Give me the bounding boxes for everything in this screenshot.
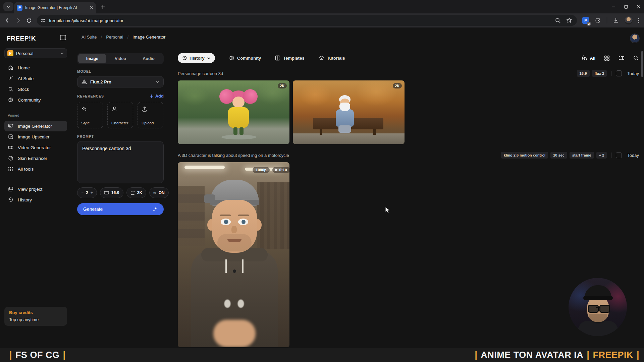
loop-toggle[interactable]: ∞ ON [149,187,169,198]
add-reference-button[interactable]: Add [150,94,164,99]
all-label: All [590,56,595,61]
skin-enhancer-icon [8,156,13,161]
generated-image-old-man[interactable]: 2K [293,80,405,144]
zoom-icon[interactable] [555,18,561,23]
aspect-value: 16:9 [111,190,119,195]
mouse-cursor [385,206,392,214]
sidebar-item-ai-suite[interactable]: AI Suite [4,73,67,84]
tab-audio[interactable]: Audio [135,54,163,63]
globe-icon [229,55,234,61]
scrollbar-thumb[interactable] [641,51,643,77]
sidebar-item-community[interactable]: Community [4,95,67,105]
chevron-down-icon [207,56,211,60]
aspect-ratio-icon [104,191,109,194]
count-stepper[interactable]: − 2 + [77,187,97,198]
templates-label: Templates [283,56,304,61]
quality-button[interactable]: 2K [126,187,146,198]
tab-close-icon[interactable] [90,6,93,9]
thumb-art [293,80,405,144]
filter-all-button[interactable]: All [582,55,595,61]
site-info-icon[interactable] [40,18,46,23]
bookmark-star-icon[interactable] [566,17,572,23]
sidebar-pinned: Image Generator Image Upscaler Video Gen… [4,121,67,174]
reference-style-card[interactable]: Style [77,102,103,128]
banner-pipe: | [587,350,589,360]
buy-credits-card[interactable]: Buy credits Top up anytime [4,307,67,326]
omnibox[interactable]: freepik.com/pikaso/ai-image-generator [37,15,577,26]
generated-video-thumbnail[interactable]: 1080p 0:10 [178,162,289,347]
minimize-icon[interactable] [611,5,615,9]
history-filter-button[interactable]: History [178,53,215,63]
templates-tab[interactable]: Templates [275,55,304,61]
banner-pipe: | [9,350,12,360]
maximize-icon[interactable] [624,5,628,9]
reference-card-label: Upload [142,121,154,125]
window-controls [611,0,641,13]
history-row-2: A 3D character is talking about speed in… [178,152,639,347]
grid-view-icon[interactable] [604,55,610,61]
image-upscaler-icon [8,134,13,139]
browser-menu-icon[interactable] [638,18,639,23]
filters-sliders-icon[interactable] [619,55,625,61]
close-icon[interactable] [637,5,641,9]
tab-video[interactable]: Video [106,54,135,63]
new-tab-button[interactable] [101,5,105,9]
url-text[interactable]: freepik.com/pikaso/ai-image-generator [49,18,552,23]
forward-button[interactable] [13,15,23,26]
generate-button[interactable]: Generate [77,203,164,215]
user-avatar[interactable] [630,34,640,43]
reference-character-card[interactable]: Character [107,102,133,128]
reload-button[interactable] [23,15,34,26]
sidebar-item-home[interactable]: Home [4,62,67,73]
breadcrumb-separator: / [101,35,102,40]
extensions-puzzle-icon[interactable] [595,17,601,24]
history-label: History [190,56,205,61]
tab-search-button[interactable] [3,2,13,11]
sidebar: FREEP!K P Personal Home AI Suite Stock [0,27,72,362]
breadcrumb-ai-suite[interactable]: AI Suite [82,35,97,40]
sidebar-item-image-generator[interactable]: Image Generator [4,121,67,131]
history-row-title: A 3D character is talking about speed in… [178,153,501,158]
buy-credits-title[interactable]: Buy credits [9,310,62,315]
prompt-input[interactable]: Personnage cartoon 3d [77,141,164,183]
extension-p2-icon[interactable]: P2 [582,17,589,24]
sidebar-collapse-button[interactable] [60,35,66,40]
aspect-ratio-button[interactable]: 16:9 [100,187,123,198]
sidebar-item-history[interactable]: History [4,194,67,205]
back-button[interactable] [2,15,13,26]
row-select-checkbox[interactable] [616,152,622,158]
sidebar-item-label: Image Generator [18,124,52,129]
sidebar-item-all-tools[interactable]: All tools [4,164,67,174]
tutorials-label: Tutorials [327,56,345,61]
sidebar-item-view-project[interactable]: View project [4,184,67,194]
sidebar-item-skin-enhancer[interactable]: Skin Enhancer [4,153,67,164]
tab-image[interactable]: Image [78,54,106,63]
reference-upload-card[interactable]: Upload [138,102,163,128]
video-resolution-badge: 1080p [253,167,270,173]
community-tab[interactable]: Community [229,55,261,61]
downloads-icon[interactable] [613,17,619,23]
sidebar-item-label: History [18,197,32,202]
banner-pipe: | [637,350,639,360]
sidebar-divider [4,180,67,180]
sidebar-item-image-upscaler[interactable]: Image Upscaler [4,131,67,142]
sidebar-item-video-generator[interactable]: Video Generator [4,142,67,153]
breadcrumb-image-generator[interactable]: Image Generator [132,35,165,40]
search-icon [8,86,13,92]
generation-settings: − 2 + 16:9 2K ∞ ON [77,187,164,198]
generated-image-girl[interactable]: 2K [178,80,289,144]
sidebar-item-stock[interactable]: Stock [4,84,67,95]
reference-card-label: Style [81,121,90,125]
breadcrumb-personal[interactable]: Personal [106,35,123,40]
stepper-plus-icon[interactable]: + [91,190,93,195]
tutorials-tab[interactable]: Tutorials [319,56,345,61]
stepper-minus-icon[interactable]: − [81,190,84,195]
search-icon[interactable] [633,55,639,61]
sidebar-item-label: Video Generator [18,145,51,150]
freepik-logo[interactable]: FREEP!K [7,35,36,42]
browser-profile-avatar[interactable] [625,16,633,24]
model-selector[interactable]: Flux.2 Pro [77,76,164,87]
browser-tab[interactable]: F Image Generator | Freepik AI [14,2,96,13]
workspace-selector[interactable]: P Personal [4,48,67,58]
row-select-checkbox[interactable] [616,70,622,76]
